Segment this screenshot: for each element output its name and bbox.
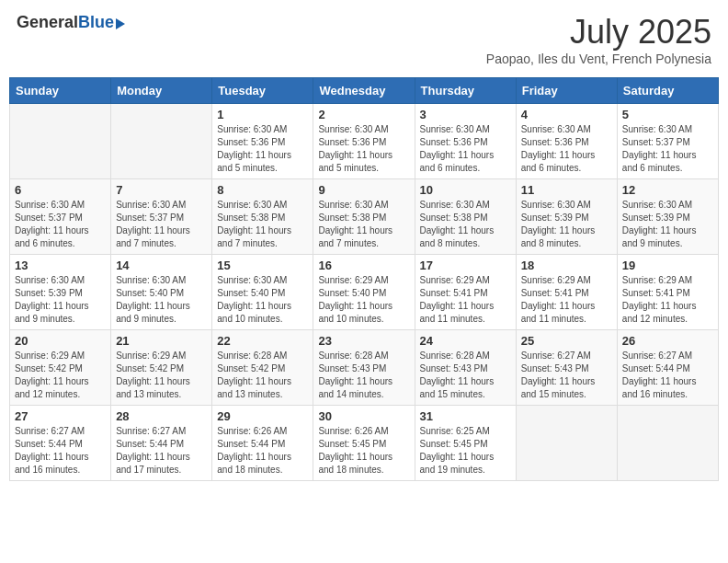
day-number: 8 bbox=[217, 183, 308, 197]
day-number: 31 bbox=[420, 409, 511, 423]
calendar-week-5: 27Sunrise: 6:27 AMSunset: 5:44 PMDayligh… bbox=[10, 406, 719, 481]
logo-general-text: General bbox=[17, 13, 78, 32]
calendar-body: 1Sunrise: 6:30 AMSunset: 5:36 PMDaylight… bbox=[10, 104, 719, 481]
day-info: Sunrise: 6:30 AMSunset: 5:40 PMDaylight:… bbox=[217, 274, 308, 326]
day-info: Sunrise: 6:30 AMSunset: 5:37 PMDaylight:… bbox=[622, 123, 713, 175]
page-header: General Blue July 2025 Paopao, Iles du V… bbox=[9, 9, 719, 70]
calendar-cell: 21Sunrise: 6:29 AMSunset: 5:42 PMDayligh… bbox=[111, 330, 212, 406]
day-info: Sunrise: 6:25 AMSunset: 5:45 PMDaylight:… bbox=[420, 425, 511, 477]
calendar-cell: 3Sunrise: 6:30 AMSunset: 5:36 PMDaylight… bbox=[415, 104, 516, 179]
month-title: July 2025 bbox=[486, 13, 711, 52]
calendar-table: SundayMondayTuesdayWednesdayThursdayFrid… bbox=[9, 77, 719, 481]
calendar-header: SundayMondayTuesdayWednesdayThursdayFrid… bbox=[10, 78, 719, 104]
day-info: Sunrise: 6:29 AMSunset: 5:42 PMDaylight:… bbox=[116, 350, 207, 401]
day-info: Sunrise: 6:26 AMSunset: 5:45 PMDaylight:… bbox=[318, 425, 409, 477]
calendar-cell bbox=[516, 406, 617, 481]
day-info: Sunrise: 6:30 AMSunset: 5:39 PMDaylight:… bbox=[622, 199, 713, 250]
day-info: Sunrise: 6:29 AMSunset: 5:41 PMDaylight:… bbox=[622, 274, 713, 326]
calendar-cell bbox=[10, 104, 111, 179]
day-number: 7 bbox=[116, 183, 207, 197]
day-number: 21 bbox=[116, 334, 207, 348]
day-info: Sunrise: 6:29 AMSunset: 5:42 PMDaylight:… bbox=[15, 350, 106, 401]
day-info: Sunrise: 6:27 AMSunset: 5:44 PMDaylight:… bbox=[622, 350, 713, 401]
logo-blue-text: Blue bbox=[78, 13, 114, 32]
calendar-cell: 17Sunrise: 6:29 AMSunset: 5:41 PMDayligh… bbox=[415, 255, 516, 330]
day-info: Sunrise: 6:27 AMSunset: 5:43 PMDaylight:… bbox=[521, 350, 612, 401]
day-info: Sunrise: 6:29 AMSunset: 5:40 PMDaylight:… bbox=[318, 274, 409, 326]
calendar-cell: 27Sunrise: 6:27 AMSunset: 5:44 PMDayligh… bbox=[10, 406, 111, 481]
day-number: 28 bbox=[116, 409, 207, 423]
day-number: 20 bbox=[15, 334, 106, 348]
day-info: Sunrise: 6:29 AMSunset: 5:41 PMDaylight:… bbox=[521, 274, 612, 326]
day-info: Sunrise: 6:30 AMSunset: 5:39 PMDaylight:… bbox=[521, 199, 612, 250]
day-info: Sunrise: 6:30 AMSunset: 5:36 PMDaylight:… bbox=[217, 123, 308, 175]
calendar-cell bbox=[111, 104, 212, 179]
calendar-week-4: 20Sunrise: 6:29 AMSunset: 5:42 PMDayligh… bbox=[10, 330, 719, 406]
calendar-cell: 28Sunrise: 6:27 AMSunset: 5:44 PMDayligh… bbox=[111, 406, 212, 481]
calendar-cell: 8Sunrise: 6:30 AMSunset: 5:38 PMDaylight… bbox=[212, 179, 313, 255]
day-number: 5 bbox=[622, 108, 713, 121]
calendar-cell: 10Sunrise: 6:30 AMSunset: 5:38 PMDayligh… bbox=[415, 179, 516, 255]
weekday-row: SundayMondayTuesdayWednesdayThursdayFrid… bbox=[10, 78, 719, 104]
day-number: 23 bbox=[318, 334, 409, 348]
day-info: Sunrise: 6:30 AMSunset: 5:38 PMDaylight:… bbox=[217, 199, 308, 250]
day-info: Sunrise: 6:30 AMSunset: 5:39 PMDaylight:… bbox=[15, 274, 106, 326]
calendar-cell: 15Sunrise: 6:30 AMSunset: 5:40 PMDayligh… bbox=[212, 255, 313, 330]
day-info: Sunrise: 6:30 AMSunset: 5:40 PMDaylight:… bbox=[116, 274, 207, 326]
weekday-header-sunday: Sunday bbox=[10, 78, 111, 104]
calendar-cell: 22Sunrise: 6:28 AMSunset: 5:42 PMDayligh… bbox=[212, 330, 313, 406]
calendar-cell: 4Sunrise: 6:30 AMSunset: 5:36 PMDaylight… bbox=[516, 104, 617, 179]
calendar-cell bbox=[617, 406, 718, 481]
day-info: Sunrise: 6:27 AMSunset: 5:44 PMDaylight:… bbox=[116, 425, 207, 477]
calendar-cell: 5Sunrise: 6:30 AMSunset: 5:37 PMDaylight… bbox=[617, 104, 718, 179]
calendar-cell: 29Sunrise: 6:26 AMSunset: 5:44 PMDayligh… bbox=[212, 406, 313, 481]
weekday-header-tuesday: Tuesday bbox=[212, 78, 313, 104]
day-number: 13 bbox=[15, 259, 106, 272]
day-info: Sunrise: 6:28 AMSunset: 5:42 PMDaylight:… bbox=[217, 350, 308, 401]
day-number: 18 bbox=[521, 259, 612, 272]
day-number: 11 bbox=[521, 183, 612, 197]
weekday-header-monday: Monday bbox=[111, 78, 212, 104]
weekday-header-saturday: Saturday bbox=[617, 78, 718, 104]
day-number: 4 bbox=[521, 108, 612, 121]
calendar-cell: 26Sunrise: 6:27 AMSunset: 5:44 PMDayligh… bbox=[617, 330, 718, 406]
calendar-cell: 14Sunrise: 6:30 AMSunset: 5:40 PMDayligh… bbox=[111, 255, 212, 330]
day-number: 3 bbox=[420, 108, 511, 121]
location-title: Paopao, Iles du Vent, French Polynesia bbox=[486, 52, 711, 66]
day-info: Sunrise: 6:27 AMSunset: 5:44 PMDaylight:… bbox=[15, 425, 106, 477]
calendar-cell: 1Sunrise: 6:30 AMSunset: 5:36 PMDaylight… bbox=[212, 104, 313, 179]
day-number: 16 bbox=[318, 259, 409, 272]
logo-arrow-icon bbox=[116, 18, 125, 29]
day-number: 24 bbox=[420, 334, 511, 348]
calendar-cell: 12Sunrise: 6:30 AMSunset: 5:39 PMDayligh… bbox=[617, 179, 718, 255]
day-number: 15 bbox=[217, 259, 308, 272]
calendar-cell: 31Sunrise: 6:25 AMSunset: 5:45 PMDayligh… bbox=[415, 406, 516, 481]
calendar-cell: 18Sunrise: 6:29 AMSunset: 5:41 PMDayligh… bbox=[516, 255, 617, 330]
day-info: Sunrise: 6:30 AMSunset: 5:36 PMDaylight:… bbox=[318, 123, 409, 175]
day-info: Sunrise: 6:30 AMSunset: 5:36 PMDaylight:… bbox=[521, 123, 612, 175]
day-number: 22 bbox=[217, 334, 308, 348]
weekday-header-friday: Friday bbox=[516, 78, 617, 104]
weekday-header-thursday: Thursday bbox=[415, 78, 516, 104]
day-number: 29 bbox=[217, 409, 308, 423]
day-info: Sunrise: 6:29 AMSunset: 5:41 PMDaylight:… bbox=[420, 274, 511, 326]
calendar-cell: 11Sunrise: 6:30 AMSunset: 5:39 PMDayligh… bbox=[516, 179, 617, 255]
day-number: 10 bbox=[420, 183, 511, 197]
calendar-week-3: 13Sunrise: 6:30 AMSunset: 5:39 PMDayligh… bbox=[10, 255, 719, 330]
day-number: 17 bbox=[420, 259, 511, 272]
calendar-cell: 2Sunrise: 6:30 AMSunset: 5:36 PMDaylight… bbox=[313, 104, 415, 179]
calendar-cell: 16Sunrise: 6:29 AMSunset: 5:40 PMDayligh… bbox=[313, 255, 415, 330]
day-info: Sunrise: 6:30 AMSunset: 5:38 PMDaylight:… bbox=[420, 199, 511, 250]
day-info: Sunrise: 6:30 AMSunset: 5:37 PMDaylight:… bbox=[116, 199, 207, 250]
calendar-cell: 13Sunrise: 6:30 AMSunset: 5:39 PMDayligh… bbox=[10, 255, 111, 330]
calendar-cell: 19Sunrise: 6:29 AMSunset: 5:41 PMDayligh… bbox=[617, 255, 718, 330]
day-number: 19 bbox=[622, 259, 713, 272]
calendar-cell: 9Sunrise: 6:30 AMSunset: 5:38 PMDaylight… bbox=[313, 179, 415, 255]
calendar-cell: 25Sunrise: 6:27 AMSunset: 5:43 PMDayligh… bbox=[516, 330, 617, 406]
calendar-cell: 24Sunrise: 6:28 AMSunset: 5:43 PMDayligh… bbox=[415, 330, 516, 406]
day-info: Sunrise: 6:28 AMSunset: 5:43 PMDaylight:… bbox=[420, 350, 511, 401]
day-number: 26 bbox=[622, 334, 713, 348]
day-info: Sunrise: 6:30 AMSunset: 5:37 PMDaylight:… bbox=[15, 199, 106, 250]
calendar-cell: 7Sunrise: 6:30 AMSunset: 5:37 PMDaylight… bbox=[111, 179, 212, 255]
day-number: 6 bbox=[15, 183, 106, 197]
